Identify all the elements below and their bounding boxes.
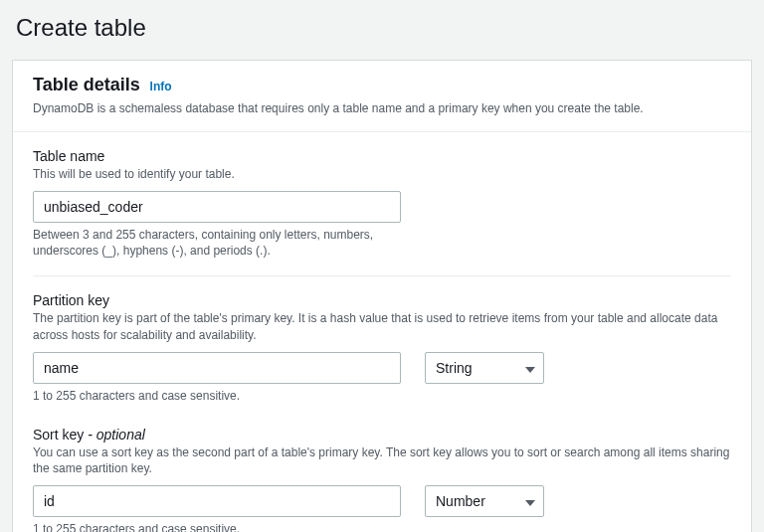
divider	[33, 275, 731, 276]
sort-key-desc: You can use a sort key as the second par…	[33, 444, 731, 478]
card-body: Table name This will be used to identify…	[13, 132, 751, 532]
sort-key-input[interactable]	[33, 485, 401, 517]
sort-key-type-select-wrap: Number	[425, 485, 544, 517]
table-name-label: Table name	[33, 148, 731, 164]
table-name-input-row	[33, 191, 731, 223]
partition-key-label: Partition key	[33, 292, 731, 308]
field-sort-key: Sort key - optional You can use a sort k…	[33, 427, 731, 532]
sort-key-label-text: Sort key	[33, 427, 84, 443]
partition-key-hint: 1 to 255 characters and case sensitive.	[33, 388, 731, 405]
partition-key-input-row: String	[33, 352, 731, 384]
sort-key-input-row: Number	[33, 485, 731, 517]
sort-key-label: Sort key - optional	[33, 427, 731, 443]
sort-key-optional: - optional	[84, 427, 144, 443]
table-name-hint: Between 3 and 255 characters, containing…	[33, 227, 401, 261]
table-name-desc: This will be used to identify your table…	[33, 166, 731, 183]
page-title: Create table	[16, 14, 748, 42]
sort-key-hint: 1 to 255 characters and case sensitive.	[33, 521, 731, 532]
field-table-name: Table name This will be used to identify…	[33, 148, 731, 260]
card-title: Table details	[33, 75, 140, 94]
partition-key-desc: The partition key is part of the table's…	[33, 310, 731, 344]
card-header: Table details Info DynamoDB is a schemal…	[13, 61, 751, 132]
partition-key-type-select-wrap: String	[425, 352, 544, 384]
info-link[interactable]: Info	[150, 80, 172, 93]
card-subtitle: DynamoDB is a schemaless database that r…	[33, 100, 731, 117]
partition-key-input[interactable]	[33, 352, 401, 384]
partition-key-type-select[interactable]: String	[425, 352, 544, 384]
page-header: Create table	[0, 0, 764, 56]
sort-key-type-select[interactable]: Number	[425, 485, 544, 517]
field-partition-key: Partition key The partition key is part …	[33, 292, 731, 404]
card-header-title-row: Table details Info	[33, 75, 731, 95]
table-name-input[interactable]	[33, 191, 401, 223]
table-details-card: Table details Info DynamoDB is a schemal…	[12, 60, 752, 532]
